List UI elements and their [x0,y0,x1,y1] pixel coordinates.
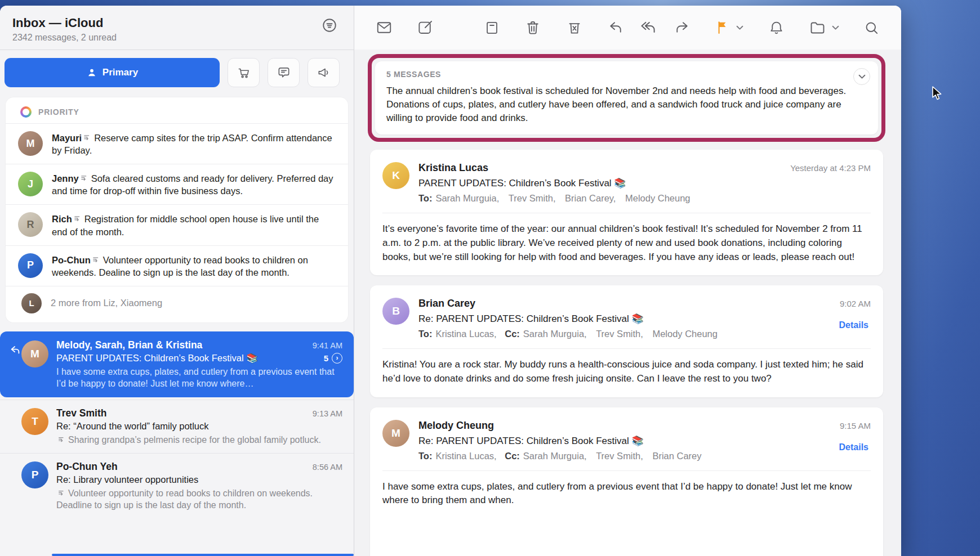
category-promotions-button[interactable] [308,58,340,87]
message-sender: Melody Cheung [418,420,494,432]
junk-button[interactable] [564,17,585,38]
move-to-folder-button[interactable] [807,17,841,39]
avatar-initial: M [30,348,39,360]
summary-text: The annual children’s book festival is s… [386,84,867,125]
message-body: I have some extra cups, plates, and cutl… [382,480,871,508]
message-time: 9:41 AM [313,341,342,350]
summary-count-label: 5 MESSAGES [386,70,867,79]
thread-scroll-area[interactable]: 5 MESSAGES The annual children’s book fe… [354,50,901,556]
avatar-initial: T [32,415,38,428]
message-preview-text: Sharing grandpa’s pelmenis recipe for th… [68,435,321,445]
cc-recipients[interactable]: Sarah Murguia, Trev Smith, Brian Carey [523,451,702,461]
to-label: To: [418,329,432,339]
mark-unread-button[interactable] [373,17,395,38]
message-sender: Po-Chun Yeh [56,461,118,473]
compose-button[interactable] [415,17,436,38]
message-row[interactable]: T Trev Smith 9:13 AM Re: “Around the wor… [0,400,354,453]
avatar-initial: B [392,305,400,317]
avatar-initial: M [26,138,35,150]
reply-all-icon [640,19,658,37]
message-card: K Kristina Lucas Yesterday at 4:23 PM PA… [370,150,883,275]
to-recipients[interactable]: Kristina Lucas, [435,451,496,461]
cc-recipients[interactable]: Sarah Murguia, Trev Smith, Melody Cheung [523,329,718,339]
avatar: J [18,172,43,196]
mouse-cursor [930,86,944,101]
category-primary-button[interactable]: Primary [5,58,220,87]
message-preview: Sharing grandpa’s pelmenis recipe for th… [56,434,342,446]
mailbox-title: Inbox — iCloud [12,16,117,30]
message-body: It’s everyone’s favorite time of the yea… [382,222,871,264]
avatar-initial: P [27,259,34,271]
to-label: To: [418,193,432,203]
reply-all-button[interactable] [638,16,660,39]
avatar-initial: L [29,298,34,308]
annotation-highlight: 5 MESSAGES The annual children’s book fe… [368,54,885,142]
megaphone-icon [317,65,331,80]
priority-item-text: MayuriReserve camp sites for the trip AS… [52,131,337,156]
message-subject: PARENT UPDATES: Children’s Book Festival… [56,353,258,364]
apple-intelligence-icon [20,106,32,118]
priority-sender: Po-Chun [52,255,91,265]
summary-icon [57,489,66,498]
message-row[interactable]: P Po-Chun Yeh 8:56 AM Re: Library volunt… [0,453,354,518]
category-updates-button[interactable] [268,58,300,87]
selection-edge-strip [52,554,354,556]
chat-bubble-icon [277,65,291,80]
priority-header: PRIORITY [6,100,348,123]
category-transactions-button[interactable] [228,58,260,87]
to-recipients[interactable]: Kristina Lucas, [435,329,496,339]
summary-icon [73,214,83,224]
filter-icon [321,17,338,34]
priority-item-text: Po-ChunVolunteer opportunity to read boo… [52,253,337,279]
avatar-initial: R [27,219,34,231]
message-row-selected[interactable]: M Melody, Sarah, Brian & Kristina 9:41 A… [0,331,354,397]
mailbox-status: 2342 messages, 2 unread [12,33,117,43]
chevron-down-icon [736,25,743,30]
details-link[interactable]: Details [839,320,868,330]
avatar: L [21,293,42,313]
folder-icon [809,19,826,37]
summary-icon [92,255,101,265]
priority-item[interactable]: J JennySofa cleared customs and ready fo… [6,164,348,204]
message-sender: Brian Carey [418,298,475,310]
avatar: R [18,212,43,237]
priority-item[interactable]: R RichRegistration for middle school ope… [6,204,348,245]
avatar: T [21,408,48,435]
details-link[interactable]: Details [839,442,868,452]
chevron-down-icon [858,74,866,79]
avatar-initial: J [28,178,33,190]
divider [382,348,871,349]
priority-summary: Reserve camp sites for the trip ASAP. Co… [52,133,332,155]
priority-item[interactable]: P Po-ChunVolunteer opportunity to read b… [6,245,348,286]
priority-sender: Mayuri [52,133,82,143]
search-button[interactable] [861,17,882,38]
mailbox-header: Inbox — iCloud 2342 messages, 2 unread [0,6,354,50]
thread-count: 5 › [324,353,342,364]
priority-item[interactable]: M MayuriReserve camp sites for the trip … [6,123,348,164]
notifications-button[interactable] [766,17,787,38]
reply-button[interactable] [605,17,626,38]
person-icon [86,67,97,78]
message-preview: I have some extra cups, plates, and cutl… [56,366,342,389]
priority-summary: Sofa cleared customs and ready for deliv… [52,173,333,196]
to-recipients[interactable]: Sarah Murguia, Trev Smith, Brian Carey, … [435,193,690,203]
priority-more-row[interactable]: L 2 more from Liz, Xiaomeng [6,286,348,322]
forward-icon [674,19,691,36]
priority-sender: Jenny [52,173,79,183]
archive-button[interactable] [482,17,502,38]
delete-button[interactable] [522,17,544,38]
summary-icon [83,133,92,143]
flag-button[interactable] [712,17,746,38]
avatar: M [18,131,43,156]
recipient-line: To:Kristina Lucas, Cc:Sarah Murguia, Tre… [418,451,871,461]
avatar-initial: P [32,469,39,481]
message-time: 9:15 AM [840,421,871,431]
collapse-summary-button[interactable] [853,68,870,85]
mail-window: Inbox — iCloud 2342 messages, 2 unread P… [0,6,901,556]
message-time: 9:02 AM [840,299,871,308]
filter-button[interactable] [320,16,339,37]
archive-icon [484,20,500,36]
message-card: B Brian Carey 9:02 AM Re: PARENT UPDATES… [370,285,883,397]
forward-button[interactable] [671,17,693,38]
divider [382,213,871,213]
